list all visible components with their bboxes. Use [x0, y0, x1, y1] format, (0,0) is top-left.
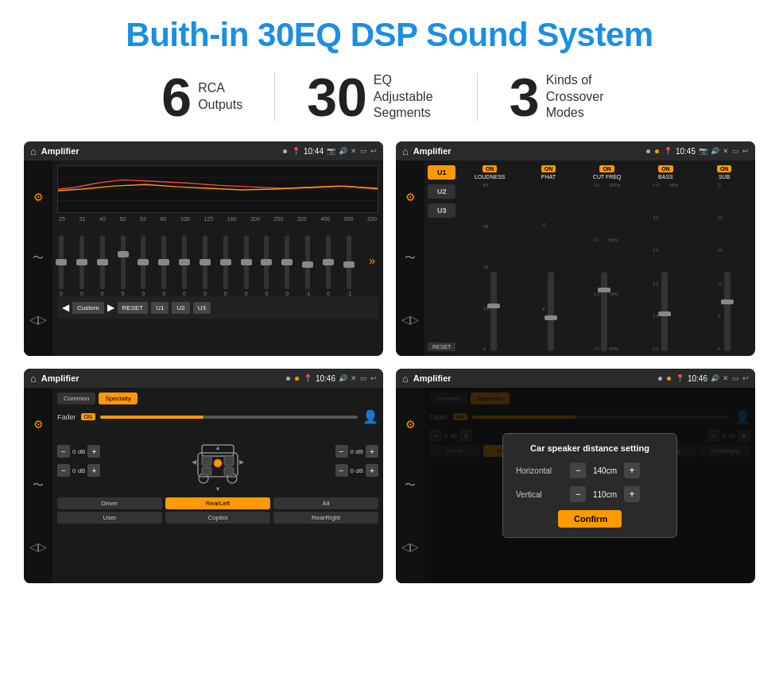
prev-icon[interactable]: ◀ — [62, 302, 69, 313]
svg-rect-10 — [202, 467, 211, 475]
vol-rr-minus[interactable]: − — [335, 464, 348, 477]
screen2-content: ⚙ 〜 ◁▷ U1 U2 U3 RESET ON LO — [396, 160, 755, 356]
eq-slider-2[interactable]: 0 — [100, 235, 105, 296]
u2-btn[interactable]: U2 — [172, 302, 189, 314]
eq-slider-12[interactable]: -1 — [305, 235, 310, 296]
u1-btn[interactable]: U1 — [151, 302, 169, 314]
loudness-track[interactable] — [490, 272, 497, 351]
vol-icon-2[interactable]: ◁▷ — [401, 313, 419, 326]
eq-icon-2[interactable]: ⚙ — [405, 191, 416, 203]
left-controls: − 0 dB + − 0 dB + — [57, 445, 183, 477]
vol-fl-minus[interactable]: − — [57, 445, 70, 458]
sub-track[interactable] — [724, 272, 731, 351]
stat-rca-number: 6 — [161, 70, 192, 124]
btn-rearleft[interactable]: RearLeft — [165, 497, 270, 509]
svg-text:▶: ▶ — [239, 458, 245, 466]
wave-icon-3[interactable]: 〜 — [33, 478, 44, 493]
eq-icon-3[interactable]: ⚙ — [33, 418, 44, 431]
bass-track[interactable] — [661, 272, 668, 351]
eq-slider-14[interactable]: -1 — [347, 235, 351, 296]
wave-icon[interactable]: 〜 — [33, 251, 44, 265]
vol-icon[interactable]: ◁▷ — [29, 313, 47, 326]
amp-presets: U1 U2 U3 RESET — [428, 165, 459, 351]
tab-common[interactable]: Common — [57, 393, 95, 404]
vol-icon-3[interactable]: ◁▷ — [29, 540, 47, 553]
phat-on[interactable]: ON — [541, 165, 556, 172]
volume-icon-3: 🔊 — [339, 374, 347, 382]
vol-rl-plus[interactable]: + — [87, 464, 100, 477]
vol-rr-plus[interactable]: + — [366, 464, 378, 477]
band-bass: ON BASS F G3.02.52.01.51.0 90Hz — [638, 165, 694, 351]
svg-rect-11 — [224, 467, 234, 475]
vertical-plus[interactable]: + — [624, 486, 640, 502]
preset-u3[interactable]: U3 — [428, 203, 455, 218]
vol-fr: − 0 dB + — [335, 445, 378, 458]
eq-slider-9[interactable]: 0 — [244, 235, 249, 296]
screen1-bottombar: ◀ Custom ▶ RESET U1 U2 U3 — [57, 296, 378, 319]
eq-slider-0[interactable]: 0 — [59, 235, 64, 296]
reset-btn[interactable]: RESET — [118, 302, 149, 314]
vol-fr-minus[interactable]: − — [335, 445, 348, 458]
preset-u1[interactable]: U1 — [428, 165, 455, 180]
screen1-sidebar: ⚙ 〜 ◁▷ — [24, 160, 52, 356]
screen-eq: ⌂ Amplifier 📍 10:44 📷 🔊 ✕ ▭ ↩ ⚙ 〜 ◁▷ — [24, 141, 383, 356]
cutfreq-label: CUT FREQ — [593, 174, 622, 180]
fader-slider[interactable] — [100, 416, 358, 419]
preset-u2[interactable]: U2 — [428, 184, 455, 199]
eq-icon-4[interactable]: ⚙ — [405, 418, 416, 431]
cutfreq-on[interactable]: ON — [599, 165, 614, 172]
eq-icon-active[interactable]: ⚙ — [33, 191, 44, 203]
vol-fl-plus[interactable]: + — [87, 445, 100, 458]
eq-slider-3[interactable]: 5 — [121, 235, 126, 296]
stats-row: 6 RCA Outputs 30 EQ Adjustable Segments … — [24, 70, 755, 124]
cutfreq-track[interactable] — [601, 272, 607, 351]
phat-track[interactable] — [548, 272, 554, 351]
play-icon[interactable]: ▶ — [107, 302, 114, 313]
btn-rearright[interactable]: RearRight — [273, 512, 378, 524]
vol-icon-4[interactable]: ◁▷ — [401, 540, 419, 553]
screen-speaker: ⌂ Amplifier 📍 10:46 🔊 ✕ ▭ ↩ ⚙ 〜 ◁▷ — [24, 369, 383, 583]
eq-slider-5[interactable]: 0 — [161, 235, 166, 296]
fader-label: Fader — [57, 413, 76, 421]
sub-scale: G20151050 — [718, 183, 723, 351]
eq-slider-1[interactable]: 0 — [79, 235, 84, 296]
horizontal-minus[interactable]: − — [570, 462, 586, 478]
wave-icon-2[interactable]: 〜 — [405, 251, 416, 265]
vol-fr-plus[interactable]: + — [366, 445, 378, 458]
sub-on[interactable]: ON — [717, 165, 732, 172]
eq-slider-7[interactable]: 0 — [203, 235, 207, 296]
eq-graph — [57, 165, 378, 213]
btn-copilot[interactable]: Copilot — [165, 512, 270, 524]
car-layout: − 0 dB + − 0 dB + — [57, 429, 378, 493]
eq-slider-8[interactable]: 0 — [223, 235, 228, 296]
fader-row: Fader ON 👤 — [57, 409, 378, 424]
custom-btn[interactable]: Custom — [72, 302, 104, 314]
volume-icon-4: 🔊 — [711, 374, 719, 382]
wave-icon-4[interactable]: 〜 — [405, 478, 416, 493]
expand-icon[interactable]: » — [367, 254, 377, 267]
reset-btn-2[interactable]: RESET — [428, 342, 455, 351]
fader-on[interactable]: ON — [81, 413, 96, 420]
u3-btn[interactable]: U3 — [193, 302, 211, 314]
back-icon: ↩ — [370, 147, 377, 155]
screen2-main: U1 U2 U3 RESET ON LOUDNESS 644832160 — [424, 160, 755, 356]
bass-on[interactable]: ON — [658, 165, 673, 172]
vertical-minus[interactable]: − — [570, 486, 586, 502]
eq-slider-11[interactable]: 0 — [285, 235, 289, 296]
eq-slider-13[interactable]: 0 — [326, 235, 331, 296]
eq-slider-4[interactable]: 0 — [141, 235, 145, 296]
btn-user[interactable]: User — [57, 512, 162, 524]
tab-specialty[interactable]: Specialty — [99, 393, 137, 404]
btn-all[interactable]: All — [273, 497, 378, 509]
rect-icon-3: ▭ — [360, 374, 367, 382]
eq-slider-6[interactable]: 0 — [182, 235, 187, 296]
confirm-button[interactable]: Confirm — [558, 510, 622, 528]
vol-rl-minus[interactable]: − — [57, 464, 70, 477]
status-dot-3a — [286, 377, 290, 381]
screen1-title: Amplifier — [41, 146, 278, 156]
btn-driver[interactable]: Driver — [57, 497, 162, 509]
screen-amp: ⌂ Amplifier 📍 10:45 📷 🔊 ✕ ▭ ↩ ⚙ 〜 — [396, 141, 755, 356]
loudness-on[interactable]: ON — [483, 165, 498, 172]
eq-slider-10[interactable]: 0 — [264, 235, 269, 296]
horizontal-plus[interactable]: + — [624, 462, 640, 478]
